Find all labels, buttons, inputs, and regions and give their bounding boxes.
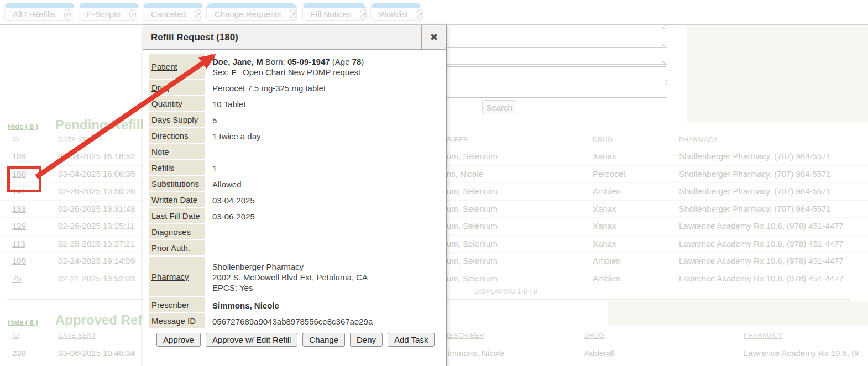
cell-id[interactable]: 75 (12, 270, 22, 287)
field-value: Doe, Jane, M Born: 05-09-1947 (Age 78)Se… (212, 56, 364, 77)
divider (143, 352, 446, 352)
cell-date: 02-26-2025 13:50:26 (58, 183, 135, 200)
tab-e-scripts[interactable]: E-Scripts↗ (79, 3, 139, 21)
cell-id[interactable]: 113 (12, 236, 25, 253)
field-value: 03-04-2025 (212, 195, 255, 206)
cell-pharm: Shollenberger Pharmacy, (707) 984-5571 (679, 183, 831, 200)
open-in-new-circle-icon[interactable]: ↗ (290, 9, 296, 20)
value-text: 5 (212, 116, 217, 125)
modal-body: PatientDoe, Jane, M Born: 05-09-1947 (Ag… (143, 54, 446, 330)
cell-pharm: Shollenberger Pharmacy, (707) 984-5571 (679, 166, 831, 183)
modal-row-prior-auth-: Prior Auth. (143, 240, 446, 257)
value-text: 2002 S. McDowell Blvd Ext, Petaluma, CA (212, 273, 368, 282)
approved-hide-link[interactable]: Hide ( 6 ) (8, 318, 38, 326)
add-task-button[interactable]: Add Task (388, 333, 435, 347)
value-text: F (231, 67, 236, 77)
open-in-new-circle-icon[interactable]: ↗ (129, 9, 136, 20)
tab-all-e-refills[interactable]: All E-Refills↗ (4, 3, 75, 21)
cell-drug: Xanax (593, 148, 616, 165)
tab-label: Change Requests (215, 9, 281, 19)
highlight-box-annotation (7, 166, 41, 192)
resize-grip-icon[interactable] (661, 59, 666, 64)
deny-button[interactable]: Deny (350, 333, 383, 347)
cell-drug: Percocet (593, 166, 625, 183)
field-label[interactable]: Pharmacy (149, 257, 205, 296)
cell-pharm: Shollenberger Pharmacy, (707) 984-5571 (679, 201, 831, 218)
search-button[interactable]: Search (482, 100, 516, 114)
cell-pharm: Shollenberger Pharmacy, (707) 984-5571 (679, 148, 831, 165)
page: Search All E-Refills↗E-Scripts↗Canceled↗… (0, 0, 868, 366)
modal-row-days-supply: Days Supply5 (143, 112, 446, 128)
tab-fill-notices[interactable]: Fill Notices↗ (302, 3, 366, 21)
modal-title: Refill Request (180) (151, 32, 421, 43)
cell-pharm: Lawrence Academy Rx 10.6, (978) 451-4477 (679, 270, 844, 287)
field-label[interactable]: Message ID (149, 313, 205, 328)
tab-label: Worklist (379, 9, 408, 19)
tab-label: All E-Refills (13, 9, 55, 19)
tab-canceled[interactable]: Canceled↗ (143, 3, 203, 21)
cell-presc: um, Selenium (447, 253, 498, 270)
field-value: 1 (212, 163, 217, 174)
cell-id[interactable]: 238 (12, 345, 26, 362)
cell-date: 02-26-2025 13:31:48 (58, 201, 135, 218)
modal-header: Refill Request (180) ✖ (143, 25, 446, 50)
column-header-drug[interactable]: DRUG (584, 332, 605, 339)
resize-grip-icon[interactable] (661, 41, 666, 46)
cell-pharm: Lawrence Academy Rx 10.6, (978) 451-4477 (679, 253, 844, 270)
column-header-drug[interactable]: DRUG (593, 136, 613, 144)
open-in-new-circle-icon[interactable]: ↗ (64, 9, 71, 20)
cell-presc: ns, Nicole (447, 166, 483, 183)
field-label[interactable]: Drug (149, 80, 205, 95)
cell-drug: Ambien (593, 253, 621, 270)
field-label[interactable]: Patient (149, 54, 205, 79)
column-header-pharmacy[interactable]: PHARMACY (744, 332, 782, 339)
value-text: (Age (330, 57, 352, 66)
open-in-new-circle-icon[interactable]: ↗ (195, 9, 201, 20)
cell-id[interactable]: 189 (12, 148, 26, 165)
approve-button[interactable]: Approve (156, 333, 201, 347)
tab-accent-bar (80, 3, 138, 8)
open-chart-link[interactable]: Open Chart (243, 67, 286, 77)
new-pdmp-request-link[interactable]: New PDMP request (288, 67, 360, 77)
tab-worklist[interactable]: Worklist↗ (370, 3, 421, 21)
background-panel (687, 24, 868, 122)
column-header-id[interactable]: ID (12, 332, 19, 339)
field-value: Shollenberger Pharmacy2002 S. McDowell B… (212, 262, 368, 293)
field-label[interactable]: Prescriber (149, 297, 205, 312)
tab-change-requests[interactable]: Change Requests↗ (206, 3, 297, 21)
cell-pharm: Lawrence Academy Rx 10.6, (9 (744, 345, 859, 362)
resize-grip-icon[interactable] (661, 24, 666, 29)
cell-presc: um, Selenium (447, 183, 498, 200)
cell-id[interactable]: 105 (12, 253, 26, 270)
cell-drug: Xanax (593, 236, 616, 253)
column-header-date-sent[interactable]: DATE SENT (58, 136, 96, 144)
background-panel (608, 301, 868, 326)
field-label: Substitutions (149, 176, 205, 191)
cell-pharm: Lawrence Academy Rx 10.6, (978) 451-4477 (679, 218, 844, 235)
field-label: Last Fill Date (149, 208, 205, 223)
field-label: Diagnoses (149, 224, 205, 239)
value-text: Sex: (212, 67, 231, 77)
value-text: 1 (212, 164, 217, 173)
tab-label: Fill Notices (311, 9, 351, 19)
change-button[interactable]: Change (302, 333, 345, 347)
column-header-date-sent[interactable]: DATE SENT (58, 332, 96, 339)
close-icon[interactable]: ✖ (421, 25, 446, 49)
value-text: 10 Tablet (212, 100, 246, 109)
cell-date: 03-06-2025 10:48:34 (58, 345, 135, 362)
modal-row-prescriber: PrescriberSimmons, Nicole (143, 297, 446, 313)
field-label: Quantity (149, 96, 205, 111)
value-text: 05-09-1947 (287, 57, 330, 66)
column-header-pharmacy[interactable]: PHARMACY (679, 136, 718, 144)
cell-id[interactable]: 129 (12, 218, 26, 235)
value-text: Doe, Jane, M (212, 57, 263, 66)
tab-accent-bar (372, 3, 420, 8)
field-value: 1 twice a day (212, 131, 261, 142)
open-in-new-circle-icon[interactable]: ↗ (360, 9, 367, 20)
cell-id[interactable]: 133 (12, 201, 26, 218)
approve-w-edit-refill-button[interactable]: Approve w/ Edit Refill (206, 333, 298, 347)
pending-hide-link[interactable]: Hide ( 8 ) (8, 122, 38, 130)
cell-date: 02-25-2025 13:27:21 (58, 236, 135, 253)
open-in-new-circle-icon[interactable]: ↗ (417, 9, 423, 20)
column-header-id[interactable]: ID (12, 136, 19, 144)
